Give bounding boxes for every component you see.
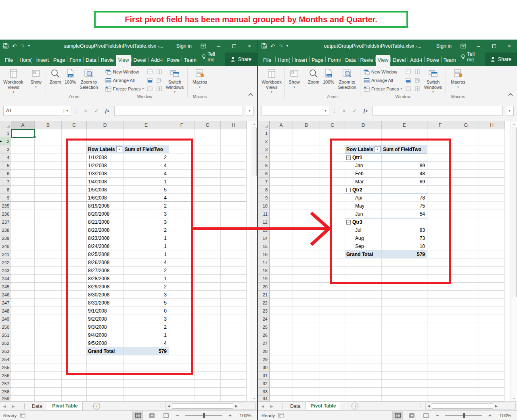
cell[interactable] xyxy=(293,178,320,186)
pivot-row-label-cell[interactable]: Aug xyxy=(345,234,382,242)
cell[interactable] xyxy=(479,137,505,145)
cell[interactable] xyxy=(270,202,293,210)
cell[interactable] xyxy=(270,186,293,194)
cell[interactable] xyxy=(293,162,320,170)
pivot-row-value-cell[interactable]: 1 xyxy=(123,234,169,242)
pivot-row-label-cell[interactable]: 8/24/2008 xyxy=(87,242,123,250)
cell[interactable] xyxy=(479,234,505,242)
cell[interactable] xyxy=(382,355,427,363)
cell[interactable] xyxy=(62,258,87,267)
cell[interactable] xyxy=(195,202,221,210)
cell[interactable] xyxy=(62,178,87,186)
cell[interactable] xyxy=(195,275,221,283)
cell[interactable] xyxy=(169,210,195,218)
workbook-views-button[interactable]: Workbook Views ▾ xyxy=(2,67,24,94)
row-header-247[interactable]: 247 xyxy=(0,299,11,307)
pivot-row-label-cell[interactable]: 8/22/2008 xyxy=(87,226,123,234)
cell[interactable] xyxy=(320,186,345,194)
cell[interactable] xyxy=(382,347,427,355)
cell[interactable] xyxy=(320,323,345,331)
cell[interactable] xyxy=(11,210,35,218)
cell[interactable] xyxy=(382,307,427,315)
pivot-row-label-cell[interactable]: May xyxy=(345,202,382,210)
cell[interactable] xyxy=(453,202,479,210)
cell[interactable] xyxy=(320,363,345,372)
sign-in[interactable]: Sign in xyxy=(436,43,452,49)
cell[interactable] xyxy=(11,267,35,275)
cell[interactable] xyxy=(345,291,382,299)
cell[interactable] xyxy=(35,339,62,347)
zoom-in-icon[interactable]: + xyxy=(227,412,233,418)
cell[interactable] xyxy=(453,226,479,234)
cell[interactable] xyxy=(320,145,345,153)
row-header-18[interactable]: 18 xyxy=(258,267,270,275)
pivot-row-value-cell[interactable]: 73 xyxy=(382,234,427,242)
ribbon-tab-addi[interactable]: Add-i xyxy=(149,55,165,66)
row-header-254[interactable]: 254 xyxy=(0,355,11,363)
pivot-row-label-cell[interactable]: 1/2/2008 xyxy=(87,162,123,170)
cell[interactable] xyxy=(35,372,62,380)
cell[interactable] xyxy=(169,129,195,137)
cell[interactable] xyxy=(270,291,293,299)
row-header-33[interactable]: 33 xyxy=(258,388,270,396)
enter-icon[interactable]: ✓ xyxy=(92,108,100,114)
cell[interactable] xyxy=(320,129,345,137)
cell[interactable] xyxy=(169,396,195,401)
cell[interactable] xyxy=(195,323,221,331)
pivot-row-label-cell[interactable]: Mar xyxy=(345,178,382,186)
row-header-21[interactable]: 21 xyxy=(258,291,270,299)
cell[interactable] xyxy=(11,162,35,170)
cell[interactable] xyxy=(270,226,293,234)
cell[interactable] xyxy=(62,291,87,299)
cell[interactable] xyxy=(62,242,87,250)
cell[interactable] xyxy=(270,162,293,170)
cell[interactable] xyxy=(195,315,221,323)
cell[interactable] xyxy=(453,162,479,170)
pivot-row-value-cell[interactable]: 3 xyxy=(123,210,169,218)
cell[interactable] xyxy=(270,250,293,258)
cell[interactable] xyxy=(427,267,453,275)
cell[interactable] xyxy=(11,194,35,202)
cell[interactable] xyxy=(62,202,87,210)
cell[interactable] xyxy=(35,202,62,210)
cell[interactable] xyxy=(293,299,320,307)
row-header-4[interactable]: 4 xyxy=(0,153,11,162)
row-header-249[interactable]: 249 xyxy=(0,315,11,323)
cell[interactable] xyxy=(11,291,35,299)
cell[interactable] xyxy=(293,129,320,137)
cell[interactable] xyxy=(270,234,293,242)
cell[interactable] xyxy=(11,347,35,355)
cell[interactable] xyxy=(35,218,62,226)
pivot-row-value-cell[interactable]: 4 xyxy=(123,339,169,347)
cell[interactable] xyxy=(345,372,382,380)
pivot-row-label-cell[interactable]: 8/28/2008 xyxy=(87,275,123,283)
macros-button[interactable]: Macros ▾ xyxy=(189,67,210,94)
cell[interactable] xyxy=(453,186,479,194)
cell[interactable] xyxy=(35,162,62,170)
cell[interactable] xyxy=(169,267,195,275)
column-header-g[interactable]: G xyxy=(195,121,221,129)
qat-customize-icon[interactable]: ▾ xyxy=(28,44,30,48)
cell[interactable] xyxy=(62,347,87,355)
cell[interactable] xyxy=(221,218,247,226)
cell[interactable] xyxy=(453,234,479,242)
cell[interactable] xyxy=(62,275,87,283)
cell[interactable] xyxy=(320,218,345,226)
cell[interactable] xyxy=(35,242,62,250)
cell[interactable] xyxy=(345,388,382,396)
new-sheet-button[interactable]: + xyxy=(93,403,100,410)
cell[interactable] xyxy=(453,331,479,339)
formula-bar-expand-icon[interactable]: ▾ xyxy=(506,106,514,116)
cell[interactable] xyxy=(221,137,247,145)
cell[interactable] xyxy=(382,372,427,380)
cell[interactable] xyxy=(123,372,169,380)
ribbon-tab-page[interactable]: Page xyxy=(51,55,67,66)
cell[interactable] xyxy=(11,234,35,242)
cell[interactable] xyxy=(195,218,221,226)
cell[interactable] xyxy=(169,202,195,210)
cell[interactable] xyxy=(270,170,293,178)
freeze-panes-button[interactable]: Freeze Panes▾ xyxy=(364,86,402,92)
cell[interactable] xyxy=(11,323,35,331)
cell[interactable] xyxy=(11,145,35,153)
cell[interactable] xyxy=(169,137,195,145)
